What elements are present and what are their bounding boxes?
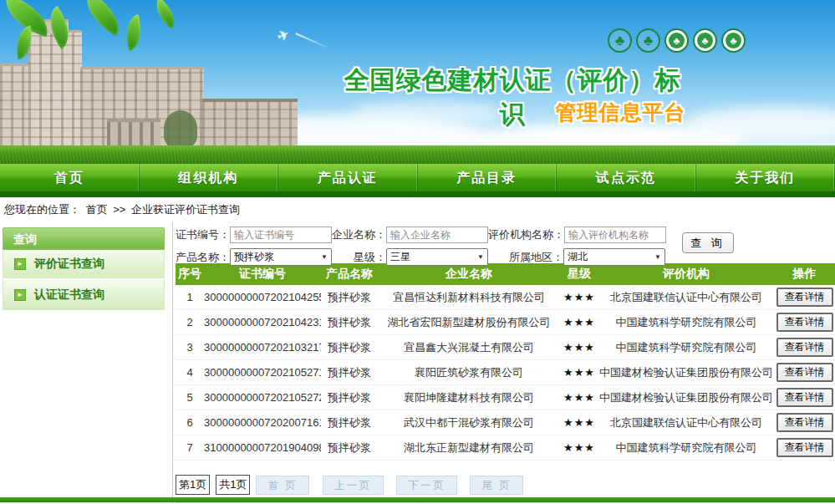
cell-company: 襄阳坤隆建材科技有限公司 (378, 390, 560, 405)
sidebar-title: 查询 (3, 227, 165, 250)
cell-index: 6 (176, 416, 204, 429)
cell-product: 预拌砂浆 (321, 390, 378, 405)
view-detail-button[interactable]: 查看详情 (776, 413, 833, 432)
nav-item[interactable]: 产品认证 (278, 164, 418, 191)
nav-item[interactable]: 关于我们 (696, 164, 835, 191)
cert-no-label: 证书编号： (176, 227, 230, 242)
green-tree-outline-icon: ♣ (636, 28, 660, 53)
leaf-icon (77, 0, 129, 36)
star-level-label: 星级： (332, 250, 386, 265)
footer-bar (0, 497, 835, 502)
pagination-button-disabled: 上一页 (323, 476, 384, 495)
view-detail-button[interactable]: 查看详情 (776, 288, 833, 307)
product-select-value: 预拌砂浆 (234, 250, 274, 264)
cell-company: 湖北省宏阳新型建材股份有限公司 (378, 315, 560, 330)
leaf-icon (120, 14, 147, 51)
cell-index: 3 (176, 341, 204, 354)
cert-no-input[interactable] (230, 227, 332, 243)
table-row: 6 300000000072020071616 预拌砂浆 武汉中都干混砂浆有限公… (176, 410, 835, 435)
nav-item[interactable]: 试点示范 (557, 164, 696, 191)
cell-product: 预拌砂浆 (321, 340, 378, 355)
nav-item[interactable]: 组织机构 (140, 164, 279, 191)
cell-product: 预拌砂浆 (321, 290, 378, 305)
main-area: 查询 ► 评价证书查询 ► 认证证书查询 (0, 221, 835, 499)
sidebar-item-label: 认证证书查询 (34, 288, 104, 303)
chevron-down-icon: ▼ (477, 253, 484, 261)
breadcrumb-home-link[interactable]: 首页 (86, 203, 108, 216)
certification-logos: ♣ ♣ ♣ ♣ ♣ (608, 28, 746, 53)
region-select[interactable]: 湖北 ▼ (563, 248, 665, 266)
view-detail-button[interactable]: 查看详情 (776, 388, 833, 407)
sidebar-item-label: 评价证书查询 (34, 257, 104, 272)
leaf-icon (149, 0, 182, 29)
star-level-select-value: 三星 (390, 250, 410, 264)
leaves-decoration (0, 0, 217, 67)
company-name-label: 企业名称： (332, 227, 386, 242)
sidebar-menu: ► 评价证书查询 ► 认证证书查询 (3, 250, 165, 310)
pagination-button-disabled: 首 页 (256, 476, 309, 495)
cell-stars: ★★★ (560, 366, 598, 379)
header-cert-no: 证书编号 (204, 267, 321, 282)
agency-name-input[interactable] (564, 227, 666, 243)
table-row: 2 300000000072021042312 预拌砂浆 湖北省宏阳新型建材股份… (176, 310, 835, 335)
cell-stars: ★★★ (560, 441, 598, 454)
cell-cert-no: 300000000072021032179 (204, 341, 321, 354)
star-level-select[interactable]: 三星 ▼ (386, 248, 488, 266)
chevron-down-icon: ▼ (321, 253, 328, 261)
pagination-buttons: 首 页 上一页 下一页 尾 页 (256, 477, 532, 493)
breadcrumb-current: 企业获证评价证书查询 (131, 203, 240, 216)
arrow-right-icon: ► (14, 258, 26, 270)
region-label: 所属地区： (488, 250, 563, 265)
sidebar-item[interactable]: ► 认证证书查询 (3, 280, 165, 310)
region-select-value: 湖北 (568, 250, 588, 264)
header-agency: 评价机构 (598, 267, 774, 282)
cell-cert-no: 300000000072020071616 (204, 416, 321, 429)
cell-index: 7 (176, 441, 204, 454)
header-company: 企业名称 (378, 267, 560, 282)
product-select[interactable]: 预拌砂浆 ▼ (230, 248, 332, 266)
search-button[interactable]: 查 询 (682, 232, 734, 253)
page: ✈ ♣ ♣ ♣ ♣ ♣ 全国绿色建材认证（评价）标识 管理信息平台 首页 组织机… (0, 0, 835, 504)
cell-company: 襄阳匠筑砂浆有限公司 (378, 365, 560, 380)
table-row: 3 300000000072021032179 预拌砂浆 宜昌鑫大兴混凝土有限公… (176, 335, 835, 360)
cell-cert-no: 300000000072021042552 (204, 291, 321, 303)
nav-item[interactable]: 首页 (0, 164, 140, 191)
header-action: 操作 (774, 267, 835, 282)
chevron-down-icon: ▼ (654, 253, 661, 261)
tree-decoration (164, 110, 197, 147)
nav-item[interactable]: 产品目录 (418, 164, 558, 191)
total-pages-indicator: 共1页 (216, 475, 250, 495)
results-table: 序号 证书编号 产品名称 企业名称 星级 评价机构 操作 1 300000000… (176, 263, 835, 461)
table-body: 1 300000000072021042552 预拌砂浆 宜昌恒达利新材料科技有… (176, 285, 835, 461)
grass-decoration (0, 145, 835, 164)
cell-agency: 中国建筑科学研究院有限公司 (598, 340, 774, 355)
pagination: 第1页 共1页 首 页 上一页 下一页 尾 页 (176, 475, 835, 495)
view-detail-button[interactable]: 查看详情 (776, 338, 833, 357)
product-name-label: 产品名称： (176, 250, 230, 265)
green-badge-icon: ♣ (664, 28, 689, 53)
cell-stars: ★★★ (560, 341, 598, 354)
cell-company: 湖北东正新型建材有限公司 (378, 440, 560, 456)
cell-cert-no: 300000000072021042312 (204, 316, 321, 328)
table-row: 4 300000000072021052719 预拌砂浆 襄阳匠筑砂浆有限公司 … (176, 360, 835, 385)
cell-product: 预拌砂浆 (321, 415, 378, 430)
view-detail-button[interactable]: 查看详情 (776, 363, 833, 382)
pagination-button-disabled: 下一页 (396, 476, 457, 495)
table-row: 7 310000000072019040989 预拌砂浆 湖北东正新型建材有限公… (176, 435, 835, 461)
banner: ✈ ♣ ♣ ♣ ♣ ♣ 全国绿色建材认证（评价）标识 管理信息平台 (0, 0, 835, 164)
cell-agency: 中国建筑科学研究院有限公司 (598, 315, 774, 330)
cell-company: 宜昌鑫大兴混凝土有限公司 (378, 340, 560, 355)
header-product: 产品名称 (321, 267, 378, 282)
cell-agency: 北京国建联信认证中心有限公司 (598, 290, 774, 305)
view-detail-button[interactable]: 查看详情 (776, 438, 833, 457)
cell-agency: 中国建材检验认证集团股份有限公司 (598, 365, 774, 380)
content-panel: 证书编号： 企业名称： 评价机构名称： 产品名称： (172, 221, 835, 503)
company-name-input[interactable] (386, 227, 488, 243)
sidebar-item[interactable]: ► 评价证书查询 (3, 250, 165, 280)
cell-stars: ★★★ (560, 316, 598, 328)
breadcrumb-separator: >> (113, 203, 125, 216)
cell-stars: ★★★ (560, 291, 598, 303)
header-index: 序号 (176, 267, 204, 282)
view-detail-button[interactable]: 查看详情 (776, 313, 833, 332)
cell-index: 1 (176, 291, 204, 303)
